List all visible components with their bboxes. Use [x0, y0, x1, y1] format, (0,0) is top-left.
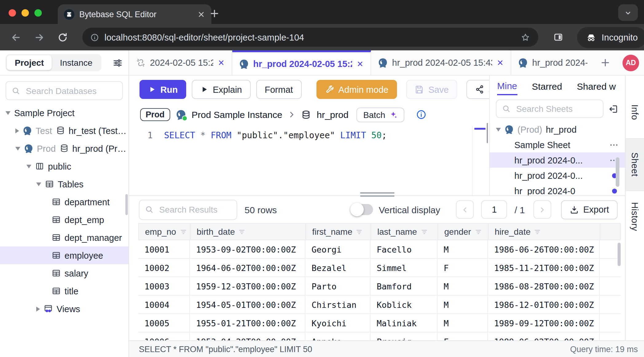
- sheets-scrollbar[interactable]: [616, 157, 619, 187]
- caret-down-icon[interactable]: [6, 111, 10, 115]
- save-button[interactable]: Save: [406, 80, 457, 99]
- sort-icon[interactable]: [239, 228, 245, 235]
- caret-down-icon[interactable]: [496, 128, 501, 131]
- sheet-item[interactable]: hr_prod 2024-0: [490, 183, 625, 195]
- sheet-item[interactable]: Sample Sheet: [490, 137, 625, 152]
- side-panel-icon[interactable]: [553, 32, 564, 42]
- close-sheet-icon[interactable]: [356, 60, 364, 67]
- tree-table-department[interactable]: department: [0, 193, 128, 211]
- instance-name[interactable]: Prod Sample Instance: [192, 109, 282, 120]
- tree-table-dept-manager[interactable]: dept_manager: [0, 229, 128, 246]
- tab-project[interactable]: Project: [7, 55, 52, 70]
- sort-icon[interactable]: [180, 228, 187, 235]
- sql-editor[interactable]: 1 SELECT * FROM "public"."employee" LIMI…: [129, 126, 489, 195]
- tree-schema-public[interactable]: public: [0, 157, 128, 175]
- project-label: Sample Project: [14, 108, 75, 118]
- tree-db-hr-prod[interactable]: Prod hr_prod (Pr…: [0, 139, 128, 157]
- column-header[interactable]: first_name: [306, 224, 371, 240]
- next-page-button[interactable]: [533, 200, 551, 219]
- run-button[interactable]: Run: [139, 80, 186, 99]
- tree-table-title[interactable]: title: [0, 282, 128, 300]
- admin-mode-button[interactable]: Admin mode: [316, 80, 397, 99]
- export-button[interactable]: Export: [561, 200, 618, 219]
- window-controls: [9, 9, 42, 17]
- info-icon[interactable]: [416, 109, 426, 120]
- user-avatar[interactable]: AD: [622, 54, 639, 71]
- new-sheet-icon[interactable]: [600, 57, 611, 68]
- back-icon[interactable]: [10, 32, 22, 43]
- reload-icon[interactable]: [57, 32, 68, 43]
- browser-tab[interactable]: Bytebase SQL Editor: [58, 4, 211, 24]
- sort-icon[interactable]: [356, 228, 363, 235]
- close-sheet-icon[interactable]: [497, 59, 504, 66]
- chevron-left-icon: [461, 206, 469, 214]
- filter-settings-icon[interactable]: [112, 57, 123, 68]
- database-search-input[interactable]: [25, 85, 117, 96]
- play-icon: [148, 85, 156, 93]
- results-search[interactable]: [139, 199, 237, 220]
- sheet-tab-1[interactable]: 2024-02-05 15:22: [129, 50, 232, 75]
- tree-table-dept-emp[interactable]: dept_emp: [0, 211, 128, 229]
- page-number-input[interactable]: [481, 200, 507, 219]
- column-header[interactable]: last_name: [371, 224, 438, 240]
- tree-table-salary[interactable]: salary: [0, 264, 128, 282]
- column-header[interactable]: birth_date: [190, 224, 306, 240]
- database-search[interactable]: [6, 81, 123, 100]
- site-info-icon[interactable]: [90, 33, 99, 41]
- sort-icon[interactable]: [475, 228, 481, 235]
- batch-button[interactable]: Batch: [356, 107, 404, 122]
- sheets-search[interactable]: [496, 100, 603, 118]
- browser-chrome: Bytebase SQL Editor: [0, 0, 644, 50]
- tab-mine[interactable]: Mine: [497, 80, 517, 95]
- results-search-input[interactable]: [158, 204, 231, 215]
- caret-right-icon[interactable]: [36, 306, 40, 311]
- horizontal-drag-handle-icon[interactable]: [360, 192, 394, 197]
- table-scrollbar[interactable]: [618, 243, 621, 266]
- sheet-item[interactable]: hr_prod 2024-0...: [490, 168, 625, 183]
- explain-button[interactable]: Explain: [192, 80, 250, 99]
- tree-tables-group[interactable]: Tables: [0, 175, 128, 193]
- sidebar-scrollbar[interactable]: [125, 194, 128, 215]
- caret-down-icon[interactable]: [15, 147, 20, 150]
- tab-shared[interactable]: Shared w: [577, 81, 616, 94]
- sheet-tab-3[interactable]: hr_prod 2024-02-05 15:43: [371, 50, 511, 75]
- tree-views-group[interactable]: Views: [0, 300, 128, 318]
- forward-icon[interactable]: [34, 32, 45, 43]
- tab-history[interactable]: History: [626, 191, 644, 243]
- sort-icon[interactable]: [421, 228, 427, 235]
- sheet-menu-icon[interactable]: [609, 140, 619, 150]
- sheet-tab-2-active[interactable]: hr_prod 2024-02-05 15:23: [232, 50, 371, 75]
- caret-down-icon[interactable]: [36, 182, 41, 186]
- sort-icon[interactable]: [534, 228, 541, 235]
- tree-db-hr-test[interactable]: Test hr_test (Test…: [0, 122, 128, 139]
- close-tab-icon[interactable]: [197, 10, 205, 18]
- close-sheet-icon[interactable]: [218, 59, 225, 66]
- vertical-display-toggle[interactable]: [351, 203, 373, 216]
- new-tab-icon[interactable]: [209, 8, 220, 19]
- caret-right-icon[interactable]: [15, 128, 19, 133]
- sheet-item-selected[interactable]: hr_prod 2024-0...: [490, 152, 625, 168]
- prev-page-button[interactable]: [456, 200, 474, 219]
- tree-project-row[interactable]: Sample Project: [0, 104, 128, 122]
- column-header[interactable]: gender: [438, 224, 489, 240]
- tab-sheet[interactable]: Sheet: [626, 138, 644, 191]
- bookmark-star-icon[interactable]: [520, 32, 530, 42]
- column-header[interactable]: emp_no: [139, 224, 190, 240]
- tab-info[interactable]: Info: [626, 87, 644, 138]
- caret-down-icon[interactable]: [26, 164, 31, 168]
- close-window-button[interactable]: [9, 9, 16, 17]
- sheet-tab-4[interactable]: hr_prod 2024-0: [511, 50, 594, 75]
- zoom-window-button[interactable]: [34, 9, 42, 17]
- format-button[interactable]: Format: [256, 80, 302, 99]
- sheets-group-row[interactable]: (Prod) hr_prod: [490, 122, 625, 137]
- tab-search-chevron-icon[interactable]: [618, 4, 638, 21]
- database-name[interactable]: hr_prod: [317, 109, 348, 120]
- minimize-window-button[interactable]: [22, 9, 29, 17]
- collapse-panel-icon[interactable]: [608, 104, 619, 114]
- sheets-search-input[interactable]: [515, 103, 597, 114]
- column-header[interactable]: hire_date: [489, 224, 600, 240]
- tree-table-employee-selected[interactable]: employee: [0, 246, 128, 264]
- address-bar[interactable]: localhost:8080/sql-editor/sheet/project-…: [82, 28, 538, 47]
- tab-starred[interactable]: Starred: [532, 81, 562, 94]
- tab-instance[interactable]: Instance: [52, 55, 100, 70]
